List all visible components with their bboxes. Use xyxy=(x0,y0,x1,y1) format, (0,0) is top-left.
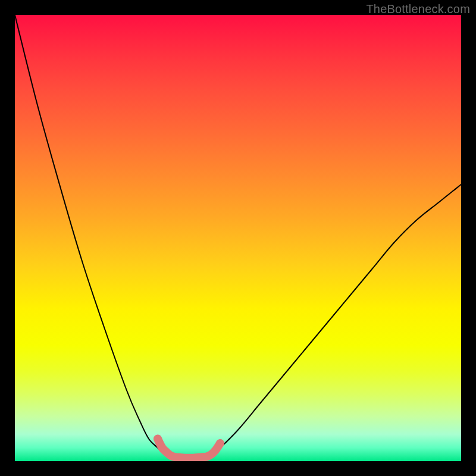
series-valley-floor xyxy=(158,439,220,458)
chart-plot-area xyxy=(15,15,461,461)
chart-frame: TheBottleneck.com xyxy=(0,0,476,476)
series-left-curve xyxy=(15,15,167,455)
chart-svg xyxy=(15,15,461,461)
series-endpoint xyxy=(154,435,161,443)
series-endpoint xyxy=(216,439,224,447)
watermark-text: TheBottleneck.com xyxy=(366,2,470,16)
series-right-curve xyxy=(211,184,461,455)
